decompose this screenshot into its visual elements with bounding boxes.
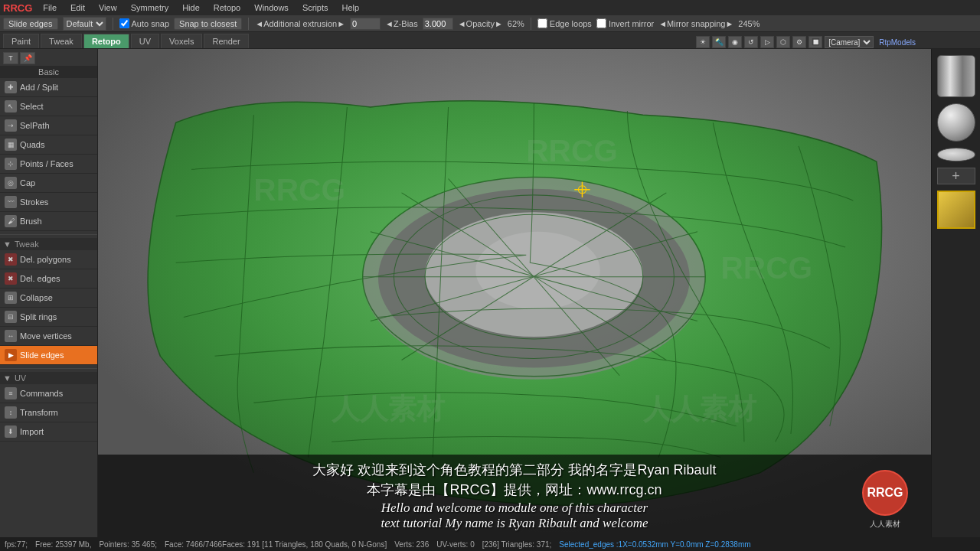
svg-text:RRCG: RRCG [526,133,618,168]
sidebar-item-cap[interactable]: ◎ Cap [0,174,97,193]
mat-sphere-preview[interactable] [937,103,975,142]
additional-extrusion-input[interactable] [350,18,381,30]
tab-retopo[interactable]: Retopo [83,34,129,48]
sidebar-item-move-vertices[interactable]: ↔ Move vertices [0,327,97,346]
additional-extrusion-label: ◄Additional extrusion► [255,19,345,28]
sidebar-top-icons: T 📌 [0,49,97,64]
sidebar-item-del-polygons[interactable]: ✖ Del. polygons [0,250,97,269]
viewport-icon-8[interactable]: 🔲 [808,36,822,48]
import-label: Import [20,427,44,436]
auto-snap-check[interactable]: Auto snap [119,18,170,28]
viewport-icon-4[interactable]: ↺ [744,36,758,48]
model-label: RtpModels [879,38,916,47]
svg-text:RRCG: RRCG [720,250,812,285]
mat-yellow-swatch[interactable] [937,191,975,229]
tab-tweak[interactable]: Tweak [41,34,82,48]
del-edges-icon: ✖ [5,272,17,285]
viewport-icon-6[interactable]: ⬡ [776,36,790,48]
status-verts: Verts: 236 [394,540,429,549]
menu-help[interactable]: Help [339,3,363,12]
menu-edit[interactable]: Edit [67,3,88,12]
snap-to-closest-btn[interactable]: Snap to closest [174,18,242,30]
sidebar-item-commands[interactable]: ≡ Commands [0,384,97,403]
sidebar-item-collapse[interactable]: ⊞ Collapse [0,289,97,308]
brush-icon: 🖌 [5,215,17,227]
viewport-icon-3[interactable]: ◉ [728,36,742,48]
viewport-icon-1[interactable]: ☀ [696,36,710,48]
tab-voxels[interactable]: Voxels [161,34,202,48]
mat-add-button[interactable]: + [937,168,975,184]
invert-mirror-checkbox[interactable] [596,18,606,28]
subtitle-en-line2: text tutorial My name is Ryan Ribault an… [113,516,916,531]
viewport[interactable]: RRCG RRCG RRCG 人人素材 人人素材 大家好 欢迎来到这个角色教程的… [98,49,931,537]
sidebar-item-brush[interactable]: 🖌 Brush [0,212,97,231]
menu-view[interactable]: View [96,3,120,12]
mat-disc-preview[interactable] [937,148,975,161]
sidebar-pin-btn[interactable]: 📌 [20,52,35,64]
tweak-group-header: ▼ Tweak [0,238,97,250]
sidebar-item-strokes[interactable]: 〰 Strokes [0,193,97,212]
tab-render[interactable]: Render [204,34,248,48]
edge-loops-check[interactable]: Edge loops [537,18,592,28]
sidebar-item-selpath[interactable]: ⇢ SelPath [0,116,97,135]
svg-point-4 [475,232,600,310]
svg-text:人人素材: 人人素材 [642,393,757,425]
z-bias-label: ◄Z-Bias [385,19,418,28]
quads-label: Quads [20,140,44,149]
sep2 [248,18,249,30]
menu-retopo[interactable]: Retopo [211,3,243,12]
menu-windows[interactable]: Windows [251,3,292,12]
sidebar-item-slide-edges[interactable]: ▶ Slide edges [0,346,97,365]
sidebar-item-split-rings[interactable]: ⊟ Split rings [0,308,97,327]
sidebar-item-quads[interactable]: ▦ Quads [0,135,97,155]
viewport-icon-2[interactable]: 🔦 [712,36,726,48]
viewport-icon-7[interactable]: ⚙ [792,36,806,48]
menu-symmetry[interactable]: Symmetry [128,3,172,12]
edge-loops-checkbox[interactable] [537,18,547,28]
mode-select[interactable]: Default [63,17,106,31]
sidebar-item-transform[interactable]: ↕ Transform [0,403,97,422]
z-bias-input[interactable] [423,18,453,30]
section-basic-header: Basic [0,66,97,78]
subtitle-cn-line2: 本字幕是由【RRCG】提供，网址：www.rrcg.cn [113,481,916,499]
status-pointers: Pointers: 35 465; [99,540,157,549]
auto-snap-checkbox[interactable] [119,18,129,28]
mat-cylinder-preview[interactable] [937,55,975,97]
sep1 [113,18,113,30]
del-polygons-label: Del. polygons [20,255,71,264]
tab-paint[interactable]: Paint [3,34,39,48]
commands-icon: ≡ [5,387,17,399]
svg-text:人人素材: 人人素材 [331,393,446,425]
menu-scripts[interactable]: Scripts [299,3,332,12]
commands-label: Commands [20,389,63,398]
svg-text:RRCG: RRCG [253,172,345,207]
rrcg-logo-text: RRCG [867,486,903,500]
del-polygons-icon: ✖ [5,253,17,266]
sidebar-item-import[interactable]: ⬇ Import [0,422,97,442]
sidebar-item-select[interactable]: ↖ Select [0,97,97,116]
move-vertices-icon: ↔ [5,330,17,342]
status-fps: fps:77; [5,540,28,549]
opacity-value: 62% [508,19,524,28]
menu-file[interactable]: File [40,3,60,12]
slide-edges-icon: ▶ [5,349,17,361]
sidebar-item-add-split[interactable]: ✚ Add / Split [0,78,97,97]
slide-edges-btn[interactable]: Slide edges [3,18,58,30]
sidebar-item-points-faces[interactable]: ⊹ Points / Faces [0,155,97,174]
cap-label: Cap [20,178,35,187]
tab-uv[interactable]: UV [131,34,159,48]
collapse-label: Collapse [20,293,53,302]
strokes-icon: 〰 [5,196,17,208]
sidebar-item-del-edges[interactable]: ✖ Del. edges [0,269,97,289]
camera-select[interactable]: [Camera] [825,36,874,48]
sidebar-divider-2 [0,368,97,369]
invert-mirror-check[interactable]: Invert mirror [596,18,654,28]
tab-bar: Paint Tweak Retopo UV Voxels Render ☀ 🔦 … [0,32,980,49]
menu-hide[interactable]: Hide [179,3,203,12]
sidebar-toggle-btn[interactable]: T [3,52,18,64]
status-triangles: [236] Triangles: 371; [482,540,552,549]
select-icon: ↖ [5,100,17,112]
brush-label: Brush [20,217,42,226]
del-edges-label: Del. edges [20,274,60,283]
viewport-icon-5[interactable]: ▷ [760,36,774,48]
